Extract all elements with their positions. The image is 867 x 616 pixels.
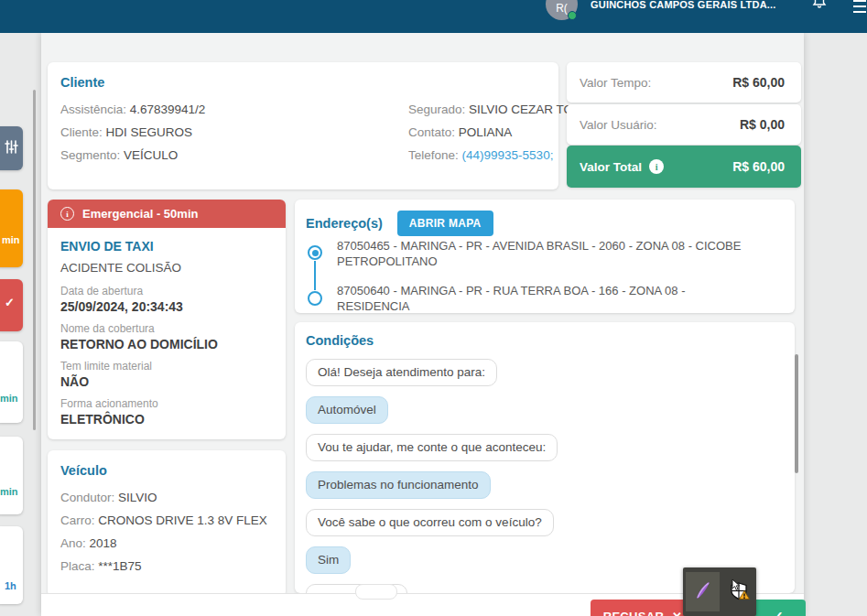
time-badge: min [0, 393, 18, 404]
field-value: 25/09/2024, 20:34:43 [60, 299, 273, 314]
chat-bubble-answer: Automóvel [306, 396, 388, 424]
field-label: Forma acionamento [60, 397, 273, 410]
client-field: Cliente: HDI SEGUROS [60, 121, 408, 144]
sliders-icon [4, 139, 19, 158]
vehicle-field: Carro: CRONOS DRIVE 1.3 8V FLEX [60, 509, 273, 532]
vehicle-card: Veículo Condutor: SILVIO Carro: CRONOS D… [48, 450, 286, 597]
info-icon: i [60, 207, 74, 221]
filter-button[interactable] [0, 126, 23, 170]
time-badge: min [0, 486, 18, 497]
service-type: ENVIO DE TAXI [60, 239, 273, 254]
security-cursor-button[interactable] [721, 572, 754, 611]
menu-icon[interactable] [853, 0, 866, 16]
left-scrollbar[interactable] [33, 90, 36, 430]
chat-bubble-question: Olá! Deseja atendimento para: [306, 359, 497, 386]
field-value: ELETRÔNICO [60, 412, 273, 427]
conditions-card: Condições Olá! Deseja atendimento para: … [295, 322, 795, 593]
vehicle-card-title: Veículo [60, 463, 273, 478]
field-value: RETORNO AO DOMICÍLIO [60, 337, 273, 351]
field-label: Data de abertura [60, 285, 273, 297]
origin-dot-icon [308, 245, 322, 260]
company-name[interactable]: GUINCHOS CAMPOS GERAIS LTDA... [591, 0, 776, 10]
time-badge: 1h [5, 580, 16, 591]
footer-pill [355, 584, 397, 600]
address-card-title: Endereço(s) [306, 216, 383, 231]
value-row-total: Valor Total i R$ 60,00 [567, 146, 801, 188]
client-card: Cliente Assistência: 4.67839941/2 Client… [48, 62, 558, 189]
content-scrollbar[interactable] [795, 354, 798, 473]
conditions-card-title: Condições [306, 333, 784, 348]
occurrence-type: ACIDENTE COLISÃO [60, 261, 273, 275]
reject-button[interactable]: RECUSAR ✕ [591, 600, 695, 616]
open-map-button[interactable]: ABRIR MAPA [397, 211, 493, 236]
chat-bubble-question: Vou te ajudar, me conte o que aconteceu: [306, 434, 558, 461]
destination-dot-icon [308, 291, 322, 306]
chat-bubble-answer: Sim [306, 546, 351, 574]
field-label: Tem limite material [60, 360, 273, 373]
service-card-fragment-orange[interactable]: min [0, 189, 23, 267]
route-line [314, 261, 316, 290]
time-badge: min [2, 234, 20, 245]
value-row-tempo: Valor Tempo: R$ 60,00 [567, 62, 801, 103]
shield-warning-cursor-icon [725, 578, 751, 607]
service-card-fragment-1[interactable]: min [0, 341, 23, 423]
pen-tool-button[interactable] [686, 572, 720, 611]
client-field: Contato: POLIANA [408, 121, 546, 144]
service-card-fragment-2[interactable]: min [0, 437, 23, 514]
destination-address: 87050640 - MARINGA - PR - RUA TERRA BOA … [337, 283, 753, 314]
info-icon[interactable]: i [649, 159, 664, 174]
topbar: R( GUINCHOS CAMPOS GERAIS LTDA... [0, 0, 867, 33]
client-field: Assistência: 4.67839941/2 [60, 98, 408, 121]
address-card: Endereço(s) ABRIR MAPA 87050465 - MARING… [295, 200, 795, 313]
chat-bubble-question: Você sabe o que ocorreu com o veículo? [306, 509, 554, 536]
feather-icon [691, 578, 715, 606]
route-timeline [308, 245, 324, 306]
check-icon: ✓ [773, 609, 784, 616]
client-card-title: Cliente [60, 75, 546, 90]
urgency-banner: i Emergencial - 50min [48, 200, 286, 228]
service-card: i Emergencial - 50min ENVIO DE TAXI ACID… [48, 200, 286, 439]
field-value: NÃO [60, 374, 273, 389]
annotation-toolbar [683, 567, 756, 616]
bell-icon[interactable] [811, 0, 828, 13]
accept-button[interactable]: ✓ [751, 600, 806, 616]
field-label: Nome da cobertura [60, 322, 273, 335]
client-field: Segurado: SILVIO CEZAR TORELLI [408, 98, 546, 121]
service-card-fragment-3[interactable]: 1h [0, 526, 23, 604]
vehicle-field: Ano: 2018 [60, 532, 273, 555]
chat-bubble-answer: Problemas no funcionamento [306, 471, 491, 499]
chat-transcript: Olá! Deseja atendimento para: Automóvel … [306, 359, 784, 593]
check-icon: ✓ [5, 296, 15, 309]
vehicle-field: Condutor: SILVIO [60, 486, 273, 509]
origin-address: 87050465 - MARINGA - PR - AVENIDA BRASIL… [337, 238, 753, 269]
close-icon: ✕ [672, 610, 682, 616]
phone-link[interactable]: (44)99935-5530; [462, 148, 554, 162]
vehicle-field: Placa: ***1B75 [60, 555, 273, 578]
online-status-dot [568, 11, 577, 20]
value-row-usuario: Valor Usuário: R$ 0,00 [567, 104, 801, 145]
client-field: Segmento: VEÍCULO [60, 144, 408, 167]
screen: R( GUINCHOS CAMPOS GERAIS LTDA... min [0, 0, 867, 616]
service-card-fragment-red[interactable]: ✓ [0, 279, 23, 331]
client-field-phone: Telefone: (44)99935-5530; [408, 144, 546, 167]
